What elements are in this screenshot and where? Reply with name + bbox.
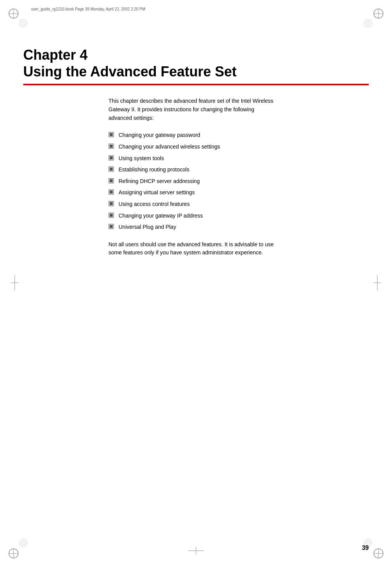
corner-mark-bl <box>8 536 31 559</box>
svg-rect-47 <box>110 225 113 228</box>
svg-point-15 <box>19 539 27 547</box>
list-item: Universal Plug and Play <box>108 223 369 231</box>
svg-point-23 <box>367 542 369 544</box>
chapter-divider <box>23 84 369 85</box>
side-mark-right <box>373 275 381 292</box>
svg-point-3 <box>19 19 27 27</box>
svg-rect-41 <box>110 190 113 194</box>
corner-mark-tl <box>8 8 31 31</box>
list-item: Refining DHCP server addressing <box>108 178 369 185</box>
svg-point-4 <box>21 21 26 26</box>
side-mark-left <box>11 275 19 292</box>
intro-paragraph: This chapter describes the advanced feat… <box>108 97 275 122</box>
list-item-text-3: Establishing routing protocols <box>119 166 189 174</box>
list-item: Changing your advanced wireless settings <box>108 143 369 151</box>
bullet-icon-1 <box>108 143 115 150</box>
svg-rect-39 <box>110 179 113 182</box>
chapter-title-line1: Chapter 4 <box>23 47 369 63</box>
list-item-text-8: Universal Plug and Play <box>119 223 176 231</box>
list-item: Changing your gateway password <box>108 131 369 139</box>
list-item: Establishing routing protocols <box>108 166 369 174</box>
bullet-icon-4 <box>108 178 115 184</box>
list-item-text-1: Changing your advanced wireless settings <box>119 143 220 151</box>
bottom-center-mark <box>188 547 204 556</box>
list-item: Using access control features <box>108 201 369 208</box>
header-bar: user_guide_rg1210.book Page 39 Monday, A… <box>31 7 361 11</box>
page-number: 39 <box>362 545 369 551</box>
list-item-text-0: Changing your gateway password <box>119 131 200 139</box>
svg-point-17 <box>22 542 24 544</box>
list-item: Using system tools <box>108 155 369 162</box>
bullet-icon-2 <box>108 155 115 161</box>
bullet-icon-6 <box>108 201 115 207</box>
list-item: Changing your gateway IP address <box>108 212 369 220</box>
bullet-icon-7 <box>108 213 115 219</box>
header-text: user_guide_rg1210.book Page 39 Monday, A… <box>31 7 145 11</box>
list-item-text-2: Using system tools <box>119 155 164 162</box>
bullet-list: Changing your gateway password Changing … <box>108 131 369 231</box>
bullet-icon-8 <box>108 224 115 230</box>
svg-point-5 <box>22 22 24 24</box>
svg-point-9 <box>364 19 372 27</box>
body-area: This chapter describes the advanced feat… <box>108 97 369 257</box>
bullet-icon-5 <box>108 189 115 195</box>
bullet-icon-3 <box>108 166 115 173</box>
bullet-icon-0 <box>108 132 115 138</box>
main-content: Chapter 4 Using the Advanced Feature Set… <box>23 47 369 536</box>
svg-rect-35 <box>110 156 113 159</box>
list-item: Assigning virtual server settings <box>108 189 369 197</box>
list-item-text-5: Assigning virtual server settings <box>119 189 195 197</box>
chapter-title-line2: Using the Advanced Feature Set <box>23 63 369 80</box>
svg-point-11 <box>367 22 369 24</box>
chapter-heading: Chapter 4 Using the Advanced Feature Set <box>23 47 369 80</box>
svg-rect-31 <box>110 133 113 136</box>
svg-rect-43 <box>110 202 113 205</box>
corner-mark-tr <box>361 8 384 31</box>
list-item-text-7: Changing your gateway IP address <box>119 212 203 220</box>
svg-point-16 <box>21 541 26 545</box>
svg-point-10 <box>366 21 370 26</box>
list-item-text-6: Using access control features <box>119 201 190 208</box>
svg-rect-33 <box>110 145 113 148</box>
page-container: user_guide_rg1210.book Page 39 Monday, A… <box>0 0 392 567</box>
list-item-text-4: Refining DHCP server addressing <box>119 178 200 185</box>
svg-rect-45 <box>110 214 113 217</box>
svg-rect-37 <box>110 168 113 171</box>
closing-paragraph: Not all users should use the advanced fe… <box>108 240 275 257</box>
